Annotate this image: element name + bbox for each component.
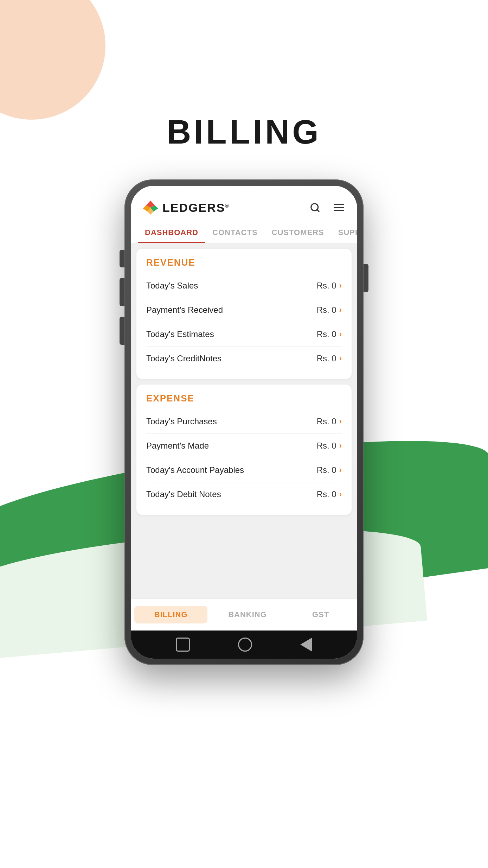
- logo-text: LEDGERS®: [162, 201, 230, 215]
- tabs-bar: DASHBOARD CONTACTS CUSTOMERS SUPPLIERS: [131, 222, 357, 243]
- revenue-title: REVENUE: [146, 257, 342, 268]
- item-label-payments-made: Payment's Made: [146, 441, 209, 451]
- menu-icon[interactable]: [331, 200, 347, 215]
- page-title: BILLING: [167, 113, 321, 151]
- background-circle: [0, 0, 105, 120]
- home-button[interactable]: [238, 638, 252, 652]
- top-bar: LEDGERS®: [131, 186, 357, 222]
- chevron-icon: ›: [339, 490, 342, 499]
- phone-screen: LEDGERS®: [131, 186, 357, 659]
- tab-contacts[interactable]: CONTACTS: [205, 222, 265, 243]
- svg-line-5: [317, 210, 319, 211]
- ledgers-logo-icon: [141, 200, 160, 215]
- chevron-icon: ›: [339, 465, 342, 475]
- recent-apps-button[interactable]: [176, 638, 190, 652]
- item-label-debit-notes: Today's Debit Notes: [146, 489, 221, 499]
- item-value-debit-notes: Rs. 0 ›: [317, 489, 342, 499]
- phone-power-button: [364, 264, 368, 292]
- bottom-nav-banking[interactable]: BANKING: [211, 606, 284, 623]
- item-value-account-payables: Rs. 0 ›: [317, 465, 342, 475]
- item-label-todays-purchases: Today's Purchases: [146, 417, 217, 426]
- item-value-todays-creditnotes: Rs. 0 ›: [317, 354, 342, 363]
- expense-card: EXPENSE Today's Purchases Rs. 0 › Paymen…: [136, 385, 352, 515]
- item-label-todays-creditnotes: Today's CreditNotes: [146, 354, 221, 363]
- search-icon[interactable]: [307, 200, 323, 215]
- list-item[interactable]: Payment's Received Rs. 0 ›: [146, 298, 342, 322]
- item-label-todays-estimates: Today's Estimates: [146, 329, 214, 339]
- item-value-todays-sales: Rs. 0 ›: [317, 281, 342, 291]
- item-value-todays-purchases: Rs. 0 ›: [317, 417, 342, 426]
- main-content: REVENUE Today's Sales Rs. 0 › Payment's …: [131, 243, 357, 598]
- tab-dashboard[interactable]: DASHBOARD: [138, 222, 205, 243]
- item-value-payments-made: Rs. 0 ›: [317, 441, 342, 451]
- list-item[interactable]: Payment's Made Rs. 0 ›: [146, 434, 342, 458]
- back-button[interactable]: [300, 638, 312, 652]
- phone-vol-silent: [120, 250, 124, 267]
- bottom-nav: BILLING BANKING GST: [131, 598, 357, 631]
- tab-suppliers[interactable]: SUPPLIERS: [331, 222, 357, 243]
- app-screen: LEDGERS®: [131, 186, 357, 659]
- item-label-todays-sales: Today's Sales: [146, 281, 198, 291]
- logo-container: LEDGERS®: [141, 200, 230, 215]
- chevron-icon: ›: [339, 441, 342, 450]
- phone-vol-up: [120, 278, 124, 306]
- phone-outer: LEDGERS®: [124, 179, 364, 665]
- bottom-nav-gst[interactable]: GST: [284, 606, 357, 623]
- list-item[interactable]: Today's Account Payables Rs. 0 ›: [146, 458, 342, 482]
- android-nav-bar: [131, 631, 357, 659]
- chevron-icon: ›: [339, 281, 342, 290]
- top-icons: [307, 200, 347, 215]
- item-value-todays-estimates: Rs. 0 ›: [317, 329, 342, 339]
- list-item[interactable]: Today's CreditNotes Rs. 0 ›: [146, 347, 342, 370]
- tab-customers[interactable]: CUSTOMERS: [265, 222, 331, 243]
- item-value-payments-received: Rs. 0 ›: [317, 305, 342, 315]
- chevron-icon: ›: [339, 330, 342, 339]
- phone-mockup: LEDGERS®: [124, 179, 364, 665]
- list-item[interactable]: Today's Debit Notes Rs. 0 ›: [146, 482, 342, 506]
- expense-title: EXPENSE: [146, 393, 342, 404]
- list-item[interactable]: Today's Sales Rs. 0 ›: [146, 274, 342, 298]
- list-item[interactable]: Today's Purchases Rs. 0 ›: [146, 410, 342, 434]
- phone-vol-down: [120, 317, 124, 345]
- item-label-payments-received: Payment's Received: [146, 305, 223, 315]
- list-item[interactable]: Today's Estimates Rs. 0 ›: [146, 322, 342, 347]
- item-label-account-payables: Today's Account Payables: [146, 465, 244, 475]
- chevron-icon: ›: [339, 305, 342, 315]
- revenue-card: REVENUE Today's Sales Rs. 0 › Payment's …: [136, 249, 352, 379]
- chevron-icon: ›: [339, 354, 342, 363]
- chevron-icon: ›: [339, 417, 342, 426]
- bottom-nav-billing[interactable]: BILLING: [134, 606, 207, 623]
